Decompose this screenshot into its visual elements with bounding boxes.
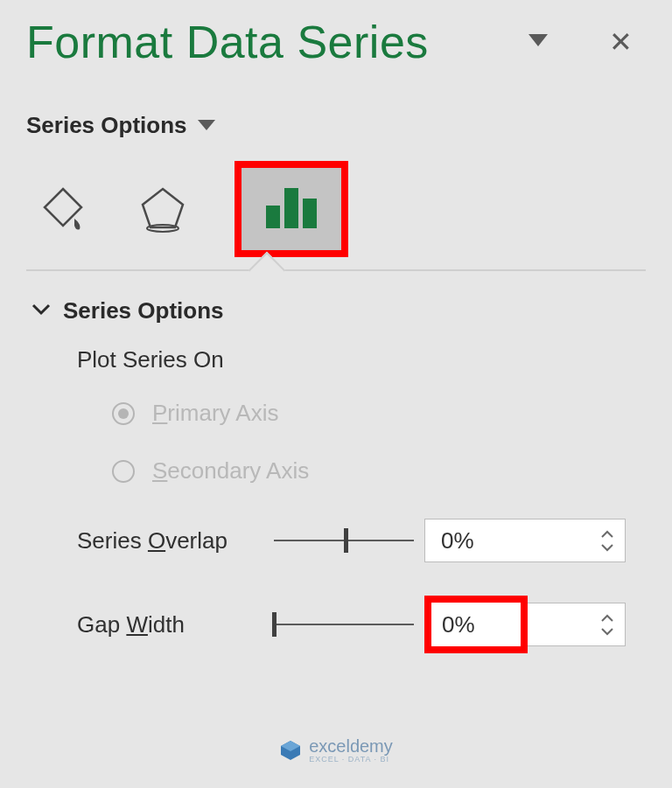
- series-options-body: Plot Series On Primary Axis Secondary Ax…: [26, 346, 646, 650]
- fill-line-tab[interactable]: [35, 181, 91, 237]
- spin-down-icon[interactable]: [600, 626, 614, 636]
- secondary-axis-radio[interactable]: Secondary Axis: [112, 457, 646, 485]
- series-options-tab-highlight: [234, 161, 348, 257]
- secondary-axis-label: Secondary Axis: [152, 457, 309, 485]
- radio-checked-icon: [112, 402, 135, 425]
- series-options-tab[interactable]: [262, 183, 320, 235]
- close-button[interactable]: ✕: [609, 28, 633, 56]
- axis-radio-group: Primary Axis Secondary Axis: [77, 400, 646, 485]
- svg-rect-6: [284, 188, 298, 228]
- chevron-down-icon: [32, 303, 51, 319]
- pentagon-effects-icon: [139, 185, 186, 233]
- gap-width-row: Gap Width 0%: [77, 599, 646, 650]
- watermark: exceldemy EXCEL · DATA · BI: [0, 737, 672, 764]
- spin-buttons: [590, 603, 625, 645]
- svg-marker-0: [528, 34, 548, 46]
- gap-width-value[interactable]: 0%: [442, 611, 475, 638]
- primary-axis-radio[interactable]: Primary Axis: [112, 400, 646, 427]
- exceldemy-logo-icon: [279, 739, 302, 762]
- gap-width-value-highlight: 0%: [424, 596, 528, 653]
- svg-rect-7: [303, 199, 317, 228]
- series-overlap-row: Series Overlap 0%: [77, 515, 646, 566]
- caret-down-icon: [198, 118, 215, 134]
- format-data-series-panel: Format Data Series ✕ Series Options: [0, 0, 672, 650]
- primary-axis-label: Primary Axis: [152, 400, 278, 427]
- svg-rect-5: [266, 206, 280, 228]
- series-overlap-slider[interactable]: [274, 540, 414, 541]
- watermark-text: exceldemy EXCEL · DATA · BI: [309, 737, 393, 764]
- expander-label: Series Options: [63, 297, 224, 324]
- panel-title: Format Data Series: [26, 16, 429, 68]
- paint-bucket-icon: [39, 185, 87, 233]
- spin-down-icon[interactable]: [600, 542, 614, 552]
- series-options-dropdown[interactable]: Series Options: [26, 112, 646, 139]
- spin-buttons: [590, 520, 625, 561]
- gap-width-slider[interactable]: [274, 624, 414, 625]
- panel-menu-caret-icon[interactable]: [528, 34, 548, 50]
- divider: [26, 269, 646, 271]
- effects-tab[interactable]: [135, 181, 191, 237]
- series-overlap-input[interactable]: 0%: [424, 519, 626, 562]
- series-overlap-label: Series Overlap: [77, 527, 274, 554]
- title-actions: ✕: [528, 28, 646, 56]
- plot-series-on-heading: Plot Series On: [77, 346, 646, 373]
- category-tabs: [26, 161, 646, 257]
- bar-chart-icon: [262, 183, 320, 232]
- svg-marker-3: [143, 189, 183, 227]
- spin-up-icon[interactable]: [600, 529, 614, 539]
- series-options-expander[interactable]: Series Options: [26, 297, 646, 324]
- radio-unchecked-icon: [112, 460, 135, 483]
- gap-width-label: Gap Width: [77, 611, 274, 638]
- title-row: Format Data Series ✕: [26, 16, 646, 68]
- svg-marker-1: [198, 120, 215, 130]
- series-options-label: Series Options: [26, 112, 187, 139]
- series-overlap-value: 0%: [425, 520, 590, 561]
- spin-up-icon[interactable]: [600, 613, 614, 623]
- gap-width-spin[interactable]: [528, 603, 626, 646]
